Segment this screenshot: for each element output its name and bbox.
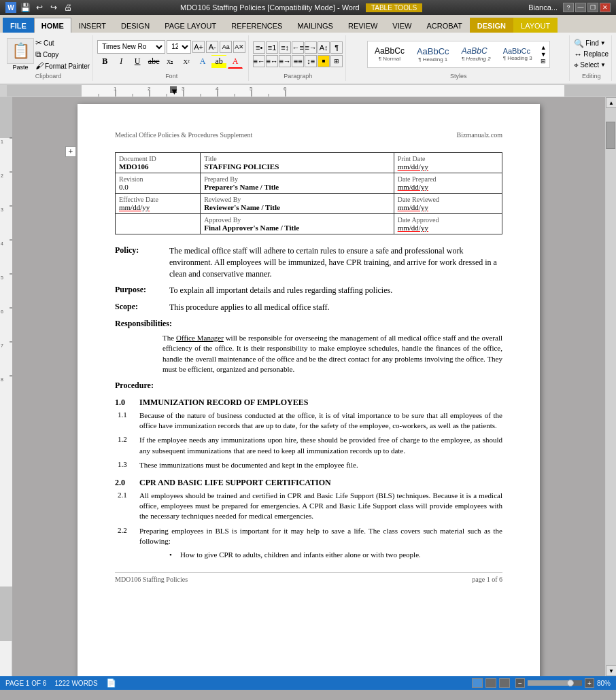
align-right-btn[interactable]: ≡→ xyxy=(279,55,291,67)
zoom-in-btn[interactable]: + xyxy=(585,678,594,688)
tab-review[interactable]: REVIEW xyxy=(341,18,385,33)
ribbon-content: 📋 Paste ✂ Cut ⧉ Copy 🖌 Format Painter Cl… xyxy=(0,33,616,85)
minimize-btn[interactable]: — xyxy=(575,3,586,12)
subscript-btn[interactable]: X₂ xyxy=(162,55,177,69)
normal-style[interactable]: AaBbCc ¶ Normal xyxy=(369,45,410,63)
add-table-btn[interactable]: + xyxy=(65,146,76,157)
policy-table[interactable]: Document ID MDO106 Title STAFFING POLICI… xyxy=(115,152,502,234)
decrease-indent-btn[interactable]: ←≡ xyxy=(292,41,304,54)
tab-view[interactable]: VIEW xyxy=(385,18,419,33)
styles-expand-btn[interactable]: ⊞ xyxy=(541,58,547,65)
tab-insert[interactable]: INSERT xyxy=(71,18,114,33)
font-size-select[interactable]: 12 xyxy=(167,40,191,54)
heading3-style[interactable]: AaBbCc ¶ Heading 3 xyxy=(498,46,538,63)
svg-text:1: 1 xyxy=(1,139,3,144)
italic-btn[interactable]: I xyxy=(114,55,129,69)
heading2-style[interactable]: AaBbC ¶ Heading 2 xyxy=(456,45,496,63)
strikethrough-btn[interactable]: abc xyxy=(146,55,161,69)
heading3-label: ¶ Heading 3 xyxy=(503,55,532,61)
restore-btn[interactable]: ❐ xyxy=(587,3,598,12)
decrease-font-btn[interactable]: A- xyxy=(206,41,218,53)
save-quick-btn[interactable]: 💾 xyxy=(19,1,31,14)
title-value: STAFFING POLICIES xyxy=(204,162,390,171)
increase-indent-btn[interactable]: ≡→ xyxy=(305,41,317,54)
editing-content: 🔍 Find ▼ ↔ Replace ⌖ Select ▼ xyxy=(574,37,609,71)
tab-table-layout[interactable]: LAYOUT xyxy=(513,18,558,33)
tab-file[interactable]: FILE xyxy=(3,18,34,33)
text-effect-btn[interactable]: A xyxy=(195,55,210,69)
redo-quick-btn[interactable]: ↪ xyxy=(48,1,60,14)
heading1-style[interactable]: AaBbCc ¶ Heading 1 xyxy=(411,45,455,64)
justify-btn[interactable]: ≡≡ xyxy=(292,55,304,67)
print-quick-btn[interactable]: 🖨 xyxy=(62,1,74,14)
numbering-btn[interactable]: ≡1 xyxy=(266,41,278,54)
styles-label: Styles xyxy=(450,73,467,80)
zoom-out-btn[interactable]: − xyxy=(515,678,525,688)
clear-format-btn[interactable]: A✕ xyxy=(233,41,245,53)
select-btn[interactable]: ⌖ Select ▼ xyxy=(574,60,609,70)
tab-acrobat[interactable]: ACROBAT xyxy=(419,18,469,33)
bold-btn[interactable]: B xyxy=(97,55,112,69)
copy-btn[interactable]: ⧉ Copy xyxy=(35,50,90,60)
line-spacing-btn[interactable]: ↕≡ xyxy=(305,55,317,67)
undo-quick-btn[interactable]: ↩ xyxy=(33,1,46,14)
find-btn[interactable]: 🔍 Find ▼ xyxy=(574,39,609,48)
reading-view-btn[interactable] xyxy=(485,678,496,688)
table-cell[interactable]: Date Reviewed mm/dd/yy xyxy=(394,194,502,214)
scroll-down-btn[interactable]: ▼ xyxy=(606,665,616,676)
align-left-btn[interactable]: ≡← xyxy=(253,55,265,67)
table-cell[interactable]: Reviewed By Reviewer's Name / Title xyxy=(201,194,394,214)
cut-label: Cut xyxy=(44,39,54,47)
format-painter-btn[interactable]: 🖌 Format Painter xyxy=(35,61,90,71)
table-cell[interactable]: Approved By Final Approver's Name / Titl… xyxy=(201,214,394,234)
table-cell[interactable]: Title STAFFING POLICIES xyxy=(201,153,394,173)
superscript-btn[interactable]: X² xyxy=(179,55,194,69)
print-layout-btn[interactable] xyxy=(472,678,483,688)
close-btn[interactable]: ✕ xyxy=(600,3,611,12)
highlight-btn[interactable]: ab xyxy=(211,55,226,69)
help-btn[interactable]: ? xyxy=(563,3,574,12)
scroll-thumb[interactable] xyxy=(606,122,615,149)
web-layout-btn[interactable] xyxy=(499,678,510,688)
scroll-up-btn[interactable]: ▲ xyxy=(606,97,616,108)
shading-btn[interactable]: ■ xyxy=(318,55,330,67)
table-cell[interactable]: Date Approved mm/dd/yy xyxy=(394,214,502,234)
tab-references[interactable]: REFERENCES xyxy=(224,18,290,33)
show-formatting-btn[interactable]: ¶ xyxy=(330,41,343,54)
tab-mailings[interactable]: MAILINGS xyxy=(290,18,341,33)
language-btn[interactable]: 📄 xyxy=(106,678,116,688)
table-cell[interactable]: Print Date mm/dd/yy xyxy=(394,153,502,173)
table-cell[interactable]: Prepared By Preparer's Name / Title xyxy=(201,173,394,194)
tab-table-design[interactable]: DESIGN xyxy=(470,18,513,33)
reviewed-by-value: Reviewer's Name / Title xyxy=(204,203,390,211)
tab-home[interactable]: HOME xyxy=(34,18,71,33)
zoom-slider[interactable] xyxy=(528,680,582,686)
change-case-btn[interactable]: Aa xyxy=(220,41,232,53)
font-color-btn[interactable]: A xyxy=(228,55,243,69)
align-center-btn[interactable]: ≡↔ xyxy=(266,55,278,67)
increase-font-btn[interactable]: A+ xyxy=(192,41,205,53)
tab-page-layout[interactable]: PAGE LAYOUT xyxy=(157,18,224,33)
table-cell[interactable]: Document ID MDO106 xyxy=(116,153,201,173)
cut-btn[interactable]: ✂ Cut xyxy=(35,38,90,48)
bullet-dot: • xyxy=(169,550,180,559)
table-cell[interactable]: Effective Date mm/dd/yy xyxy=(116,194,201,214)
styles-up-btn[interactable]: ▲ xyxy=(541,44,547,51)
paragraph-section: ≡• ≡1 ≡↕ ←≡ ≡→ A↕ ¶ ≡← ≡↔ ≡→ ≡≡ ↕≡ ■ ⊞ xyxy=(250,35,346,81)
table-cell[interactable]: Revision 0.0 xyxy=(116,173,201,194)
font-name-select[interactable]: Times New Ro xyxy=(97,40,165,54)
table-cell[interactable]: Date Prepared mm/dd/yy xyxy=(394,173,502,194)
table-cell[interactable] xyxy=(116,214,201,234)
tab-design[interactable]: DESIGN xyxy=(114,18,157,33)
styles-down-btn[interactable]: ▼ xyxy=(541,51,547,58)
procedure-label: Procedure: xyxy=(115,381,154,390)
underline-btn[interactable]: U xyxy=(130,55,145,69)
border-btn[interactable]: ⊞ xyxy=(330,55,343,67)
bullets-btn[interactable]: ≡• xyxy=(253,41,265,54)
replace-btn[interactable]: ↔ Replace xyxy=(574,50,609,59)
multilevel-btn[interactable]: ≡↕ xyxy=(279,41,291,54)
sort-btn[interactable]: A↕ xyxy=(318,41,330,54)
indent-marker[interactable]: ▼ xyxy=(170,86,177,93)
paste-btn[interactable]: 📋 xyxy=(7,38,34,64)
zoom-handle[interactable] xyxy=(567,680,574,686)
